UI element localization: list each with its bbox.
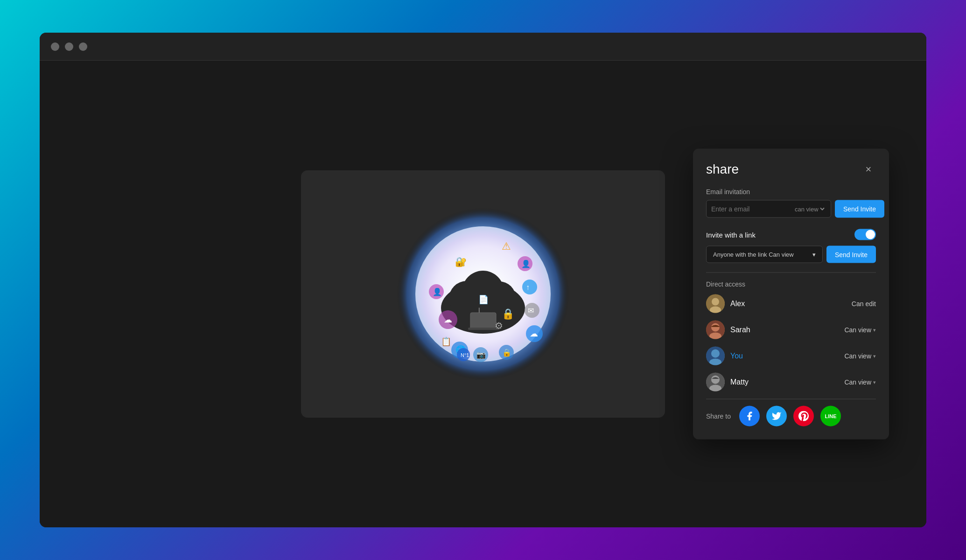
svg-text:✉: ✉ <box>528 307 534 315</box>
share-to-label: Share to <box>706 413 731 420</box>
share-to-row: Share to <box>706 399 876 427</box>
facebook-icon <box>744 411 755 421</box>
titlebar <box>40 33 926 61</box>
direct-access-label: Direct access <box>706 280 876 288</box>
svg-text:📷: 📷 <box>476 350 486 359</box>
chevron-matty: ▾ <box>873 379 876 385</box>
email-permission-select[interactable]: can view can edit <box>793 205 826 213</box>
chevron-sarah: ▾ <box>873 327 876 333</box>
user-row-you: You Can view ▾ <box>706 347 876 365</box>
divider-1 <box>706 273 876 273</box>
svg-point-45 <box>711 376 720 384</box>
svg-text:☁: ☁ <box>444 315 452 324</box>
twitter-button[interactable] <box>766 406 787 427</box>
svg-text:🔐: 🔐 <box>455 256 467 267</box>
close-button[interactable]: × <box>861 162 876 177</box>
svg-text:N°1: N°1 <box>461 352 469 358</box>
user-permission-you[interactable]: Can view ▾ <box>844 352 876 360</box>
user-name-you: You <box>730 352 839 360</box>
svg-point-39 <box>711 323 720 332</box>
link-row: Invite with a link <box>706 229 876 240</box>
svg-rect-7 <box>470 313 496 329</box>
svg-point-42 <box>711 350 720 358</box>
pinterest-icon <box>798 411 809 421</box>
link-dropdown[interactable]: Anyone with the link Can view ▾ <box>706 246 823 263</box>
svg-text:🔒: 🔒 <box>502 348 511 357</box>
email-row: can view can edit Send Invite <box>706 200 876 218</box>
svg-text:👤: 👤 <box>433 287 442 296</box>
line-icon: LINE <box>825 413 836 419</box>
avatar-sarah <box>706 321 725 339</box>
svg-text:☁: ☁ <box>530 329 538 338</box>
cloud-illustration: ↓ 🔒 ⚙ 📄 <box>390 201 576 387</box>
share-title: share <box>706 162 739 177</box>
share-panel: share × Email invitation can view can ed… <box>693 149 889 440</box>
user-name-alex: Alex <box>730 300 846 308</box>
chevron-down-icon: ▾ <box>812 251 816 258</box>
pinterest-button[interactable] <box>793 406 814 427</box>
line-button[interactable]: LINE <box>820 406 841 427</box>
avatar-you <box>706 347 725 365</box>
user-permission-matty[interactable]: Can view ▾ <box>844 378 876 386</box>
traffic-light-yellow[interactable] <box>65 42 73 51</box>
email-input-wrapper[interactable]: can view can edit <box>706 200 831 218</box>
svg-text:🔒: 🔒 <box>502 308 515 320</box>
twitter-icon <box>771 411 782 421</box>
user-permission-alex: Can edit <box>852 300 876 308</box>
facebook-button[interactable] <box>739 406 760 427</box>
link-send-invite-button[interactable]: Send Invite <box>826 246 876 263</box>
illustration: ↓ 🔒 ⚙ 📄 <box>390 201 576 387</box>
link-toggle[interactable] <box>854 229 876 240</box>
link-select-row: Anyone with the link Can view ▾ Send Inv… <box>706 246 876 263</box>
svg-text:👤: 👤 <box>521 259 531 268</box>
traffic-light-red[interactable] <box>51 42 59 51</box>
svg-point-36 <box>712 298 719 306</box>
svg-text:📋: 📋 <box>441 336 452 347</box>
svg-rect-8 <box>468 328 498 330</box>
user-row-sarah: Sarah Can view ▾ <box>706 321 876 339</box>
svg-text:↑: ↑ <box>526 283 530 291</box>
avatar-alex <box>706 294 725 313</box>
share-header: share × <box>706 162 876 177</box>
user-row-alex: Alex Can edit <box>706 294 876 313</box>
image-frame: ↓ 🔒 ⚙ 📄 <box>301 170 665 418</box>
svg-text:⚙: ⚙ <box>495 321 503 331</box>
user-permission-sarah[interactable]: Can view ▾ <box>844 326 876 334</box>
window-body: ↓ 🔒 ⚙ 📄 <box>40 61 926 527</box>
email-input[interactable] <box>711 201 793 217</box>
traffic-light-green[interactable] <box>79 42 87 51</box>
svg-text:⚠: ⚠ <box>502 240 511 252</box>
chevron-you: ▾ <box>873 353 876 359</box>
email-send-invite-button[interactable]: Send Invite <box>835 200 884 218</box>
svg-text:📄: 📄 <box>478 294 489 305</box>
link-label: Invite with a link <box>706 231 756 238</box>
user-name-sarah: Sarah <box>730 326 839 334</box>
email-section-label: Email invitation <box>706 188 876 196</box>
svg-point-21 <box>522 280 537 294</box>
user-name-matty: Matty <box>730 378 839 386</box>
avatar-matty <box>706 373 725 392</box>
user-row-matty: Matty Can view ▾ <box>706 373 876 392</box>
link-option-text: Anyone with the link Can view <box>713 251 794 258</box>
app-window: ↓ 🔒 ⚙ 📄 <box>40 33 926 527</box>
